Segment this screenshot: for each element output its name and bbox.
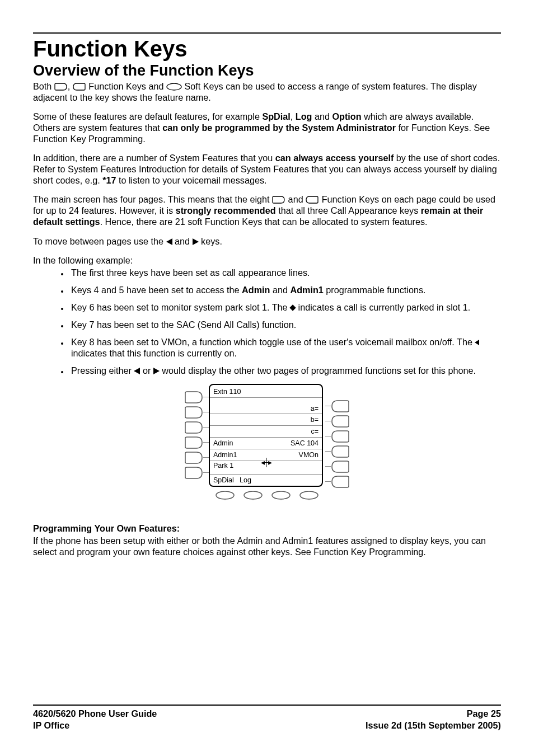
screen-row: Extn 110 [210, 386, 322, 397]
screen-title: Extn 110 [210, 388, 266, 396]
prog-heading: Programming Your Own Features: [33, 523, 501, 534]
screen-row: c= [210, 425, 322, 437]
text: To move between pages use the [33, 236, 166, 246]
text: In addition, there are a number of Syste… [33, 153, 275, 163]
list-item: Keys 4 and 5 have been set to access the… [69, 284, 501, 295]
bold: can always access yourself [275, 153, 394, 163]
page-title: Function Keys [33, 37, 501, 60]
soft-key-icon [166, 83, 182, 91]
screen-label: VMOn [266, 451, 322, 459]
footer-guide-name: 4620/5620 Phone User Guide [33, 708, 157, 720]
function-key-left [184, 421, 203, 434]
bold: Log [296, 111, 312, 121]
bold: Option [332, 111, 361, 121]
list-item: Pressing either or would display the oth… [69, 365, 501, 376]
para-5: To move between pages use the and keys. [33, 236, 501, 247]
function-key-left [184, 391, 203, 404]
function-key-right [331, 400, 350, 413]
soft-key-icon [243, 490, 263, 500]
screen-softkey-row: SpDial Log [210, 474, 322, 486]
function-key-right [331, 445, 350, 458]
text: Some of these features are default featu… [33, 111, 262, 121]
soft-key-icon [215, 490, 235, 500]
right-arrow-icon [153, 368, 160, 374]
soft-key-icon [299, 490, 319, 500]
text: and [312, 111, 332, 121]
softkey-row [209, 487, 325, 500]
screen-row: Park 1 ◂┼▸ [210, 461, 322, 474]
footer-product: IP Office [33, 720, 69, 731]
footer-page-number: Page 25 [467, 708, 501, 720]
text: and [285, 194, 306, 204]
screen-label: a= [266, 405, 322, 412]
text: Key 8 has been set to VMOn, a function w… [71, 337, 475, 347]
screen-label: c= [266, 428, 322, 435]
text: Key 6 has been set to monitor system par… [71, 302, 290, 312]
function-key-right [331, 475, 350, 489]
screen-row: a= [210, 397, 322, 414]
screen-row: b= [210, 414, 322, 425]
right-key-icon [54, 83, 68, 91]
example-list: The first three keys have been set as ca… [33, 267, 501, 377]
list-item: Key 6 has been set to monitor system par… [69, 302, 501, 313]
left-key-icon [73, 83, 86, 91]
list-item: Key 8 has been set to VMOn, a function w… [69, 336, 501, 359]
text: . Hence, there are 21 soft Function Keys… [100, 217, 428, 227]
screen-label: Admin1 [210, 451, 266, 459]
function-key-left [184, 406, 203, 419]
soft-key-icon [271, 490, 291, 500]
phone-diagram: Extn 110 a= b= c= AdminSAC 104 Admin1VMO… [33, 384, 501, 500]
text: The main screen has four pages. This mea… [33, 194, 272, 204]
list-item: The first three keys have been set as ca… [69, 267, 501, 278]
text: , [291, 111, 296, 121]
bold: can only be programmed by the System Adm… [162, 123, 396, 133]
text: indicates a call is currently parked in … [296, 302, 470, 312]
function-key-left [184, 466, 203, 480]
page-footer: 4620/5620 Phone User Guide Page 25 IP Of… [33, 705, 501, 731]
screen-row: AdminSAC 104 [210, 437, 322, 449]
function-key-right [331, 430, 350, 443]
text: , [68, 81, 73, 91]
list-item: Key 7 has been set to the SAC (Send All … [69, 319, 501, 330]
footer-rule [33, 705, 501, 706]
left-key-column [184, 384, 203, 481]
text: and [270, 285, 290, 295]
function-key-right [331, 415, 350, 428]
text: would display the other two pages of pro… [160, 365, 476, 375]
para-2: Some of these features are default featu… [33, 111, 501, 144]
text: Function Keys and [86, 81, 166, 91]
right-key-icon [272, 196, 285, 204]
bold: *17 [102, 175, 116, 185]
left-arrow-icon [166, 238, 172, 245]
screen-label: b= [266, 416, 322, 424]
function-key-left [184, 451, 203, 464]
phone-screen: Extn 110 a= b= c= AdminSAC 104 Admin1VMO… [209, 384, 323, 487]
function-key-left [184, 436, 203, 449]
softkey-label: SpDial [210, 476, 238, 484]
bold: SpDial [262, 111, 290, 121]
text: Keys 4 and 5 have been set to access the [71, 285, 242, 295]
screen-label: Admin [210, 439, 266, 447]
right-key-column [331, 384, 350, 490]
bold: strongly recommended [176, 205, 276, 215]
prog-body: If the phone has been setup with either … [33, 535, 501, 557]
left-arrow-icon [134, 368, 140, 374]
screen-label: Park 1 [210, 462, 258, 469]
footer-issue: Issue 2d (15th September 2005) [366, 720, 501, 731]
page: Function Keys Overview of the Function K… [0, 0, 534, 756]
bold: Admin [242, 285, 270, 295]
text: or [140, 365, 153, 375]
text: to listen to your voicemail messages. [116, 175, 267, 185]
para-1: Both , Function Keys and Soft Keys can b… [33, 81, 501, 103]
nav-arrows-icon: ◂┼▸ [261, 458, 271, 467]
left-indicator-icon [475, 340, 479, 345]
function-key-right [331, 460, 350, 473]
right-arrow-icon [193, 238, 199, 245]
para-6: In the following example: [33, 255, 501, 266]
para-3: In addition, there are a number of Syste… [33, 152, 501, 186]
para-4: The main screen has four pages. This mea… [33, 194, 501, 227]
text: Pressing either [71, 365, 134, 375]
text: Both [33, 81, 54, 91]
text: keys. [199, 236, 222, 246]
text: programmable functions. [324, 285, 426, 295]
